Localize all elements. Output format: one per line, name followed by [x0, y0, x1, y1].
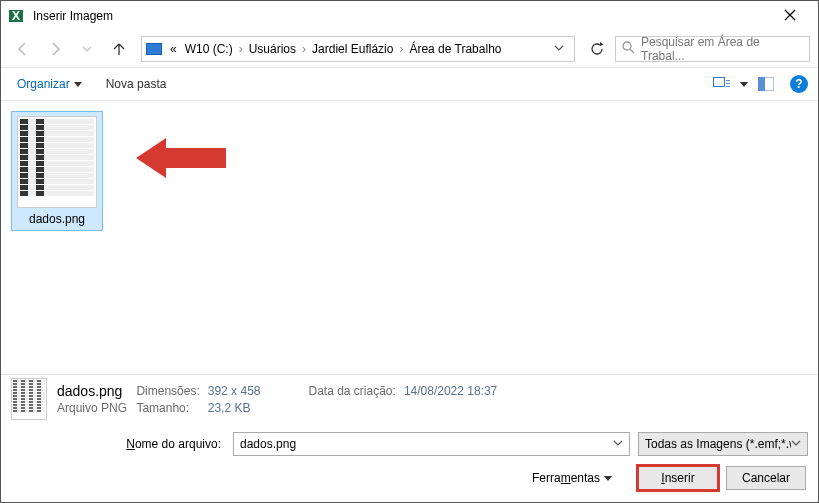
arrow-left-icon — [15, 41, 31, 57]
svg-line-5 — [630, 49, 634, 53]
search-placeholder: Pesquisar em Área de Trabal... — [641, 35, 803, 63]
preview-pane-icon — [758, 77, 774, 91]
svg-rect-8 — [726, 80, 730, 81]
window-title: Inserir Imagem — [33, 9, 770, 23]
breadcrumb-prefix: « — [166, 42, 181, 56]
filename-input[interactable]: dados.png — [233, 432, 630, 456]
chevron-down-icon — [554, 43, 564, 53]
filename-label: Nome do arquivo: — [11, 437, 225, 451]
help-button[interactable]: ? — [790, 75, 808, 93]
file-name: dados.png — [29, 212, 85, 226]
filename-value: dados.png — [240, 437, 296, 451]
close-icon — [784, 9, 796, 21]
chevron-right-icon: › — [300, 42, 308, 56]
arrow-up-icon — [111, 41, 127, 57]
details-size-label: Tamanho: — [136, 401, 199, 415]
recent-dropdown[interactable] — [73, 37, 101, 61]
file-list[interactable]: dados.png — [1, 101, 818, 374]
up-button[interactable] — [105, 37, 133, 61]
filter-dropdown[interactable] — [791, 437, 801, 451]
breadcrumb-item[interactable]: Usuários — [245, 42, 300, 56]
triangle-down-icon — [604, 474, 612, 482]
new-folder-button[interactable]: Nova pasta — [100, 73, 173, 95]
details-created-value: 14/08/2022 18:37 — [404, 384, 497, 398]
chevron-right-icon: › — [237, 42, 245, 56]
svg-rect-10 — [726, 86, 730, 87]
view-mode-button[interactable] — [708, 73, 736, 95]
nav-row: « W10 (C:) › Usuários › Jardiel Euflázio… — [1, 31, 818, 67]
file-thumbnail — [17, 116, 97, 208]
thumbnails-icon — [713, 77, 731, 91]
details-dim-label: Dimensões: — [136, 384, 199, 398]
details-pane: dados.png Dimensões: 392 x 458 Data da c… — [1, 374, 818, 422]
refresh-button[interactable] — [583, 36, 611, 62]
filename-dropdown[interactable] — [613, 437, 623, 451]
organize-button[interactable]: Organizar — [11, 73, 88, 95]
file-type-filter[interactable]: Todas as Imagens (*.emf;*.wmf, — [638, 432, 808, 456]
breadcrumb[interactable]: « W10 (C:) › Usuários › Jardiel Euflázio… — [141, 36, 575, 62]
toolbar: Organizar Nova pasta ? — [1, 67, 818, 101]
chevron-down-icon — [82, 44, 92, 54]
breadcrumb-dropdown[interactable] — [548, 42, 570, 56]
details-thumbnail — [11, 378, 47, 420]
search-input[interactable]: Pesquisar em Área de Trabal... — [615, 36, 810, 62]
triangle-down-icon[interactable] — [740, 80, 748, 88]
insert-button[interactable]: Inserir — [638, 466, 718, 490]
svg-rect-12 — [758, 77, 765, 91]
annotation-arrow — [136, 133, 231, 186]
breadcrumb-item[interactable]: W10 (C:) — [181, 42, 237, 56]
svg-rect-9 — [726, 83, 730, 84]
file-item[interactable]: dados.png — [11, 111, 103, 231]
details-dim-value: 392 x 458 — [208, 384, 261, 398]
details-created-label: Data da criação: — [308, 384, 395, 398]
refresh-icon — [590, 42, 604, 56]
back-button[interactable] — [9, 37, 37, 61]
close-button[interactable] — [770, 8, 810, 24]
triangle-down-icon — [74, 80, 82, 88]
tools-button[interactable]: Ferramentas — [532, 471, 612, 485]
help-icon: ? — [795, 77, 802, 91]
title-bar: X Inserir Imagem — [1, 1, 818, 31]
arrow-right-icon — [47, 41, 63, 57]
breadcrumb-item[interactable]: Área de Trabalho — [405, 42, 505, 56]
chevron-down-icon — [613, 438, 623, 448]
drive-icon — [146, 43, 162, 55]
details-size-value: 23,2 KB — [208, 401, 261, 415]
svg-point-4 — [623, 42, 631, 50]
cancel-button[interactable]: Cancelar — [726, 466, 806, 490]
svg-rect-7 — [714, 78, 724, 86]
chevron-down-icon — [791, 438, 801, 448]
forward-button[interactable] — [41, 37, 69, 61]
chevron-right-icon: › — [397, 42, 405, 56]
search-icon — [622, 41, 635, 57]
dialog-footer: Nome do arquivo: dados.png Todas as Imag… — [1, 422, 818, 502]
details-type: Arquivo PNG — [57, 401, 128, 415]
preview-pane-button[interactable] — [752, 73, 780, 95]
breadcrumb-item[interactable]: Jardiel Euflázio — [308, 42, 397, 56]
details-filename: dados.png — [57, 383, 122, 399]
app-icon: X — [9, 8, 25, 24]
svg-text:X: X — [12, 9, 20, 23]
filter-text: Todas as Imagens (*.emf;*.wmf, — [645, 437, 791, 451]
